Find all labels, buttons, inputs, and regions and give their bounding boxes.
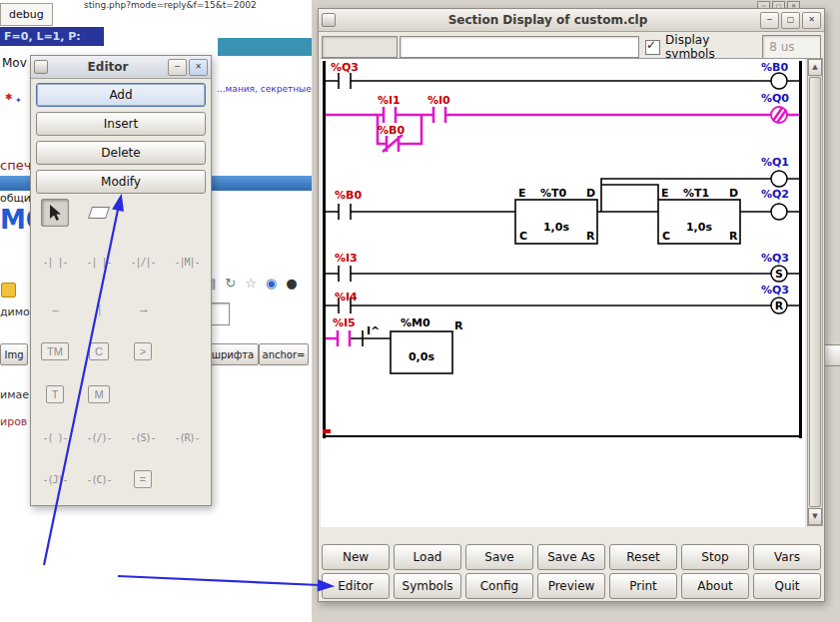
display-symbols-label: Display symbols [665,33,760,61]
main-titlebar[interactable]: Section Display of custom.clp ─ ▢ ✕ [319,9,824,32]
preview-button[interactable]: Preview [537,573,605,599]
main-maximize-button[interactable]: ▢ [781,12,800,29]
m0-name: %M0 [401,316,430,329]
open-contact-tool-icon[interactable]: -| |- [36,256,73,269]
label-b0-in: %B0 [335,189,362,202]
scroll-down-button[interactable]: ▼ [808,508,822,525]
editor-minimize-button[interactable]: ─ [168,59,187,76]
section-combo[interactable] [322,36,398,58]
display-symbols-checkbox[interactable]: ✓ [645,40,660,55]
label-q0: %Q0 [761,92,789,105]
folder-icon[interactable] [1,283,16,298]
browser-tab[interactable]: debug [0,3,53,26]
operate-block-tool[interactable]: = [134,470,152,488]
pointer-icon [47,204,63,222]
text-fragment-imae: имае [0,388,29,401]
main-minimize-button[interactable]: ─ [760,12,779,29]
palette-row-blocks1: TM C > [33,337,209,365]
coil-q2 [771,204,787,220]
reset-coil-tool-icon[interactable]: -(R)- [168,431,205,444]
clipped-button-fragment[interactable] [823,344,840,366]
quit-button[interactable]: Quit [753,573,821,599]
save-as-button[interactable]: Save As [537,544,605,570]
sparkle-icon: ✦ [15,96,22,105]
coil-not-tool-icon[interactable]: -(/)- [80,431,117,444]
section-name-entry[interactable] [400,36,639,58]
editor-close-button[interactable]: ✕ [189,59,208,76]
add-button[interactable]: Add [36,83,206,107]
coil-b0 [771,73,787,89]
load-button[interactable]: Load [394,544,461,570]
long-wire-tool-icon[interactable]: ⟶ [134,304,151,316]
editor-titlebar[interactable]: Editor ─ ✕ [31,56,211,79]
jump-coil-tool-icon[interactable]: -(J)- [36,473,73,486]
insert-button[interactable]: Insert [36,112,206,136]
label-b0-top: %B0 [761,61,788,74]
ladder-viewport[interactable]: %Q3 %B0 %I1 %I0 %Q0 %B0 %Q1 %B0 %Q2 E %T… [321,58,805,527]
stop-button[interactable]: Stop [681,544,749,570]
closed-contact-tool-icon[interactable]: -| |- [80,256,117,269]
config-button[interactable]: Config [465,573,533,599]
font-button[interactable]: шрифта [207,343,259,365]
save-button[interactable]: Save [465,544,533,570]
compare-block-tool[interactable]: > [134,342,152,360]
horizontal-wire-tool-icon[interactable]: — [46,304,63,316]
browser-toolbar-icons: ▤ ↻ ☆ ◉ ● [204,276,298,291]
delete-button[interactable]: Delete [36,141,206,165]
tool-buttons-row: Editor Symbols Config Preview Print Abou… [322,573,821,599]
browser-tab-label: debug [9,8,44,21]
monostable-block-tool[interactable]: M [88,385,109,403]
palette-row-blocks2: T M [33,380,209,408]
editor-window: Editor ─ ✕ Add Insert Delete Modify -| |… [30,55,212,506]
status-bar-fragment: F=0, L=1, P: [0,27,104,46]
reset-button[interactable]: Reset [609,544,677,570]
t0-pin-r: R [586,230,595,243]
reset-coil-letter: R [775,300,784,312]
browser-circle-icon[interactable]: ● [286,276,297,291]
left-power-rail [323,61,326,438]
print-button[interactable]: Print [609,573,677,599]
label-i5: %I5 [333,316,356,329]
main-close-button[interactable]: ✕ [802,12,821,29]
anchor-button[interactable]: anchor= [259,343,309,365]
scrollbar-trough[interactable] [808,76,822,508]
symbols-button[interactable]: Symbols [394,573,461,599]
label-i0: %I0 [427,94,450,107]
vertical-wire-tool-icon[interactable]: │ [90,304,107,316]
browser-logo-icon[interactable]: ◉ [266,276,277,291]
vertical-scrollbar[interactable]: ▲ ▼ [807,58,823,526]
t0-pin-c: C [519,230,527,243]
counter-block-tool[interactable]: C [89,342,109,360]
browser-refresh-icon[interactable]: ↻ [225,276,236,291]
link-text-fragment[interactable]: ...мания, секретные [217,84,312,94]
editor-button[interactable]: Editor [322,573,390,599]
check-icon: ✓ [646,38,656,52]
scan-time-field: 8 us [762,35,821,59]
label-q3-set: %Q3 [761,252,789,265]
browser-star-icon[interactable]: ☆ [245,276,257,291]
eraser-tool-button[interactable] [85,199,113,227]
t0-pin-d: D [586,187,595,200]
nc-contact-tool-icon[interactable]: -|/|- [124,256,161,269]
scroll-up-button[interactable]: ▲ [808,59,822,76]
label-q2: %Q2 [761,188,789,201]
t0-name: %T0 [540,187,567,200]
new-button[interactable]: New [322,544,390,570]
section-marker [323,429,331,433]
edge-contact-tool-icon[interactable]: -|M|- [168,256,205,269]
pointer-tool-button[interactable] [41,199,69,227]
file-buttons-row: New Load Save Save As Reset Stop Vars [322,544,821,570]
t1-pin-c: C [662,230,670,243]
timer-block-tool[interactable]: TM [41,342,69,360]
scrollbar-thumb[interactable] [809,77,821,507]
img-button[interactable]: Img [0,343,28,365]
coil-tool-icon[interactable]: -( )- [36,431,73,444]
browser-url-fragment: sting.php?mode=reply&f=15&t=2002 [84,0,316,10]
vars-button[interactable]: Vars [753,544,821,570]
call-coil-tool-icon[interactable]: -(C)- [80,473,117,486]
modify-button[interactable]: Modify [36,170,206,194]
text-fragment-obshchi: общи [0,192,31,205]
set-coil-tool-icon[interactable]: -(S)- [124,431,161,444]
about-button[interactable]: About [681,573,749,599]
iec-timer-block-tool[interactable]: T [46,385,65,403]
